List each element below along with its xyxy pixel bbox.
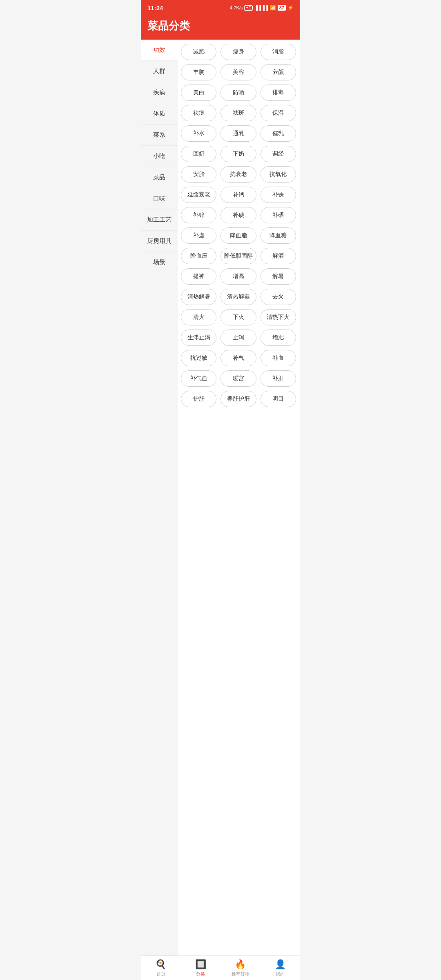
status-bar: 11:24 4.7K/s HD ▐▐▐▐ 📶 87 ⚡ (141, 0, 300, 15)
sidebar-item-chufang[interactable]: 厨房用具 (141, 231, 178, 252)
sidebar-item-kouwei[interactable]: 口味 (141, 188, 178, 209)
tag-item[interactable]: 补铁 (261, 187, 296, 203)
charging-icon: ⚡ (287, 5, 294, 11)
tag-item[interactable]: 调经 (261, 146, 296, 162)
tag-item[interactable]: 补血 (261, 350, 296, 366)
battery: 87 (278, 5, 286, 11)
nav-item-category[interactable]: 🔲分类 (181, 957, 221, 958)
bottom-nav: 🍳首页🔲分类🔥推荐好物👤我的 (141, 956, 300, 958)
tag-item[interactable]: 安胎 (181, 166, 216, 183)
sidebar: 功效人群疾病体质菜系小吃菜品口味加工工艺厨房用具场景 (141, 40, 178, 958)
tag-item[interactable]: 美容 (220, 64, 256, 80)
nav-item-mine[interactable]: 👤我的 (261, 957, 301, 958)
tag-item[interactable]: 生津止渴 (181, 330, 216, 346)
tag-item[interactable]: 抗氧化 (261, 166, 296, 183)
tag-item[interactable]: 防晒 (220, 85, 256, 101)
tag-item[interactable]: 清热解毒 (220, 289, 256, 305)
tag-item[interactable]: 清热下火 (261, 309, 296, 325)
tag-item[interactable]: 补虚 (181, 227, 216, 244)
tag-item[interactable]: 补气血 (181, 370, 216, 387)
wifi-icon: 📶 (270, 5, 276, 11)
sidebar-item-xiaochi[interactable]: 小吃 (141, 146, 178, 167)
sidebar-item-renqun[interactable]: 人群 (141, 61, 178, 82)
sidebar-item-changjing[interactable]: 场景 (141, 252, 178, 273)
tag-item[interactable]: 回奶 (181, 146, 216, 162)
sidebar-item-caipin[interactable]: 菜品 (141, 167, 178, 188)
tag-item[interactable]: 消脂 (261, 44, 296, 60)
tag-item[interactable]: 降血压 (181, 248, 216, 264)
tag-item[interactable]: 暖宫 (220, 370, 256, 387)
tag-item[interactable]: 补钙 (220, 187, 256, 203)
tag-item[interactable]: 补水 (181, 125, 216, 142)
tag-item[interactable]: 下火 (220, 309, 256, 325)
tag-item[interactable]: 解暑 (261, 268, 296, 285)
tag-item[interactable]: 养肝护肝 (220, 391, 256, 407)
tag-item[interactable]: 排毒 (261, 85, 296, 101)
tag-item[interactable]: 解酒 (261, 248, 296, 264)
nav-item-home[interactable]: 🍳首页 (141, 957, 181, 958)
tag-item[interactable]: 保湿 (261, 105, 296, 121)
tag-item[interactable]: 清热解暑 (181, 289, 216, 305)
tag-item[interactable]: 止泻 (220, 330, 256, 346)
tag-item[interactable]: 补硒 (261, 207, 296, 223)
sidebar-item-gonxiao[interactable]: 功效 (141, 40, 178, 61)
signal-icon: ▐▐▐▐ (254, 5, 268, 11)
tag-item[interactable]: 补碘 (220, 207, 256, 223)
nav-item-recommend[interactable]: 🔥推荐好物 (220, 957, 261, 958)
tag-item[interactable]: 降血糖 (261, 227, 296, 244)
sidebar-item-tizhi[interactable]: 体质 (141, 103, 178, 125)
page-title: 菜品分类 (147, 19, 294, 33)
status-right: 4.7K/s HD ▐▐▐▐ 📶 87 ⚡ (230, 5, 294, 11)
tag-item[interactable]: 补气 (220, 350, 256, 366)
tag-item[interactable]: 补肝 (261, 370, 296, 387)
tag-item[interactable]: 减肥 (181, 44, 216, 60)
tag-item[interactable]: 瘦身 (220, 44, 256, 60)
sidebar-item-caix[interactable]: 菜系 (141, 125, 178, 146)
status-time: 11:24 (147, 4, 163, 11)
network-speed: 4.7K/s (230, 5, 243, 10)
tag-item[interactable]: 延缓衰老 (181, 187, 216, 203)
sidebar-item-jibing[interactable]: 疾病 (141, 82, 178, 103)
tag-item[interactable]: 祛斑 (220, 105, 256, 121)
page-header: 菜品分类 (141, 15, 300, 40)
sidebar-item-jiagong[interactable]: 加工工艺 (141, 209, 178, 231)
tag-item[interactable]: 增肥 (261, 330, 296, 346)
tag-item[interactable]: 清火 (181, 309, 216, 325)
tag-item[interactable]: 提神 (181, 268, 216, 285)
tag-item[interactable]: 抗过敏 (181, 350, 216, 366)
content-area: 减肥瘦身消脂丰胸美容养颜美白防晒排毒祛痘祛斑保湿补水通乳催乳回奶下奶调经安胎抗衰… (178, 40, 300, 958)
hd-icon: HD (244, 5, 252, 11)
tag-item[interactable]: 降血脂 (220, 227, 256, 244)
tag-item[interactable]: 通乳 (220, 125, 256, 142)
tag-grid: 减肥瘦身消脂丰胸美容养颜美白防晒排毒祛痘祛斑保湿补水通乳催乳回奶下奶调经安胎抗衰… (181, 44, 296, 407)
tag-item[interactable]: 降低胆固醇 (220, 248, 256, 264)
tag-item[interactable]: 护肝 (181, 391, 216, 407)
tag-item[interactable]: 增高 (220, 268, 256, 285)
tag-item[interactable]: 催乳 (261, 125, 296, 142)
tag-item[interactable]: 美白 (181, 85, 216, 101)
main-layout: 功效人群疾病体质菜系小吃菜品口味加工工艺厨房用具场景 减肥瘦身消脂丰胸美容养颜美… (141, 40, 300, 958)
tag-item[interactable]: 补锌 (181, 207, 216, 223)
tag-item[interactable]: 明目 (261, 391, 296, 407)
tag-item[interactable]: 抗衰老 (220, 166, 256, 183)
tag-item[interactable]: 丰胸 (181, 64, 216, 80)
tag-item[interactable]: 去火 (261, 289, 296, 305)
tag-item[interactable]: 祛痘 (181, 105, 216, 121)
tag-item[interactable]: 下奶 (220, 146, 256, 162)
tag-item[interactable]: 养颜 (261, 64, 296, 80)
